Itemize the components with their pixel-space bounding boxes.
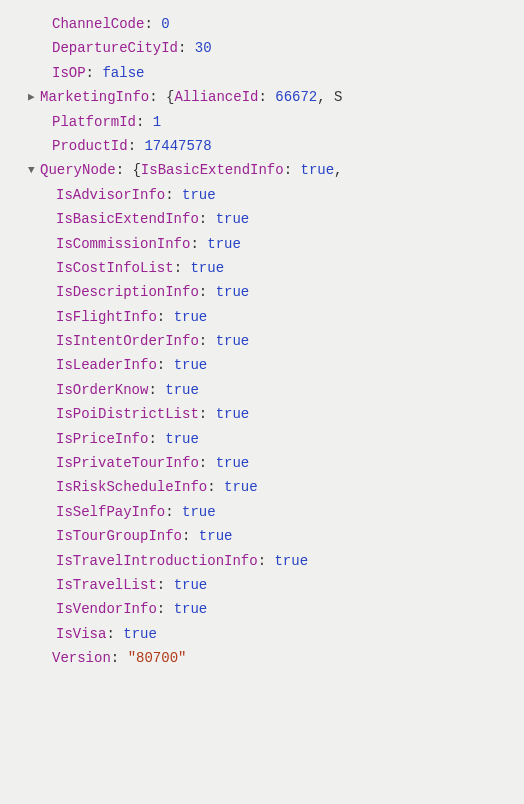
property-value: true (216, 333, 250, 349)
expand-toggle-expanded-icon[interactable]: ▼ (28, 162, 40, 180)
property-value: true (207, 236, 241, 252)
property-value: true (174, 309, 208, 325)
tree-row-child[interactable]: IsPoiDistrictList: true (8, 402, 516, 426)
property-value: true (182, 504, 216, 520)
property-value: true (174, 357, 208, 373)
tree-row-child[interactable]: IsCommissionInfo: true (8, 232, 516, 256)
property-key: MarketingInfo (40, 89, 149, 105)
property-key: IsTravelIntroductionInfo (56, 553, 258, 569)
querynode-children: IsAdvisorInfo: trueIsBasicExtendInfo: tr… (8, 183, 516, 646)
property-key: ChannelCode (52, 16, 144, 32)
property-key: IsLeaderInfo (56, 357, 157, 373)
property-key: IsAdvisorInfo (56, 187, 165, 203)
tree-row-marketinginfo[interactable]: ▶MarketingInfo: {AllianceId: 66672, S (8, 85, 516, 109)
property-key: IsOP (52, 65, 86, 81)
tree-row-platformid[interactable]: PlatformId: 1 (8, 110, 516, 134)
property-key: IsPriceInfo (56, 431, 148, 447)
property-key: IsVisa (56, 626, 106, 642)
object-preview: IsBasicExtendInfo: true, (141, 162, 343, 178)
property-value: true (274, 553, 308, 569)
property-value: true (190, 260, 224, 276)
property-value: true (224, 479, 258, 495)
property-value: false (102, 65, 144, 81)
property-key: Version (52, 650, 111, 666)
object-preview: AllianceId: 66672, S (174, 89, 342, 105)
tree-row-child[interactable]: IsDescriptionInfo: true (8, 280, 516, 304)
tree-row-child[interactable]: IsTravelIntroductionInfo: true (8, 549, 516, 573)
property-key: IsCommissionInfo (56, 236, 190, 252)
property-value: true (165, 382, 199, 398)
property-value: 17447578 (144, 138, 211, 154)
property-value: true (182, 187, 216, 203)
property-key: IsCostInfoList (56, 260, 174, 276)
tree-row-querynode[interactable]: ▼QueryNode: {IsBasicExtendInfo: true, (8, 158, 516, 182)
property-key: QueryNode (40, 162, 116, 178)
tree-row-child[interactable]: IsSelfPayInfo: true (8, 500, 516, 524)
property-key: ProductId (52, 138, 128, 154)
property-key: IsSelfPayInfo (56, 504, 165, 520)
property-value: true (174, 601, 208, 617)
property-key: IsTravelList (56, 577, 157, 593)
expand-toggle-collapsed-icon[interactable]: ▶ (28, 89, 40, 107)
tree-row-child[interactable]: IsOrderKnow: true (8, 378, 516, 402)
tree-row-child[interactable]: IsVendorInfo: true (8, 597, 516, 621)
property-key: PlatformId (52, 114, 136, 130)
tree-row-child[interactable]: IsPrivateTourInfo: true (8, 451, 516, 475)
property-key: IsBasicExtendInfo (56, 211, 199, 227)
property-value: 1 (153, 114, 161, 130)
property-key: IsFlightInfo (56, 309, 157, 325)
property-key: IsRiskScheduleInfo (56, 479, 207, 495)
property-key: DepartureCityId (52, 40, 178, 56)
property-key: IsPrivateTourInfo (56, 455, 199, 471)
tree-row-child[interactable]: IsAdvisorInfo: true (8, 183, 516, 207)
property-value: 0 (161, 16, 169, 32)
tree-row-child[interactable]: IsVisa: true (8, 622, 516, 646)
property-key: IsTourGroupInfo (56, 528, 182, 544)
tree-row-child[interactable]: IsPriceInfo: true (8, 427, 516, 451)
property-key: IsIntentOrderInfo (56, 333, 199, 349)
property-value: true (216, 211, 250, 227)
tree-row-child[interactable]: IsCostInfoList: true (8, 256, 516, 280)
property-key: IsPoiDistrictList (56, 406, 199, 422)
property-value: true (174, 577, 208, 593)
tree-row-child[interactable]: IsBasicExtendInfo: true (8, 207, 516, 231)
property-key: IsVendorInfo (56, 601, 157, 617)
json-tree: ChannelCode: 0 DepartureCityId: 30 IsOP:… (8, 12, 516, 671)
tree-row-departurecityid[interactable]: DepartureCityId: 30 (8, 36, 516, 60)
tree-row-version[interactable]: Version: "80700" (8, 646, 516, 670)
property-value: true (216, 406, 250, 422)
property-key: IsOrderKnow (56, 382, 148, 398)
property-value: 30 (195, 40, 212, 56)
tree-row-productid[interactable]: ProductId: 17447578 (8, 134, 516, 158)
tree-row-child[interactable]: IsTravelList: true (8, 573, 516, 597)
tree-row-child[interactable]: IsRiskScheduleInfo: true (8, 475, 516, 499)
property-key: IsDescriptionInfo (56, 284, 199, 300)
tree-row-isop[interactable]: IsOP: false (8, 61, 516, 85)
tree-row-channelcode[interactable]: ChannelCode: 0 (8, 12, 516, 36)
tree-row-child[interactable]: IsIntentOrderInfo: true (8, 329, 516, 353)
property-value: true (165, 431, 199, 447)
property-value: true (199, 528, 233, 544)
tree-row-child[interactable]: IsTourGroupInfo: true (8, 524, 516, 548)
property-value: true (216, 284, 250, 300)
property-value: "80700" (128, 650, 187, 666)
property-value: true (123, 626, 157, 642)
tree-row-child[interactable]: IsFlightInfo: true (8, 305, 516, 329)
property-value: true (216, 455, 250, 471)
tree-row-child[interactable]: IsLeaderInfo: true (8, 353, 516, 377)
